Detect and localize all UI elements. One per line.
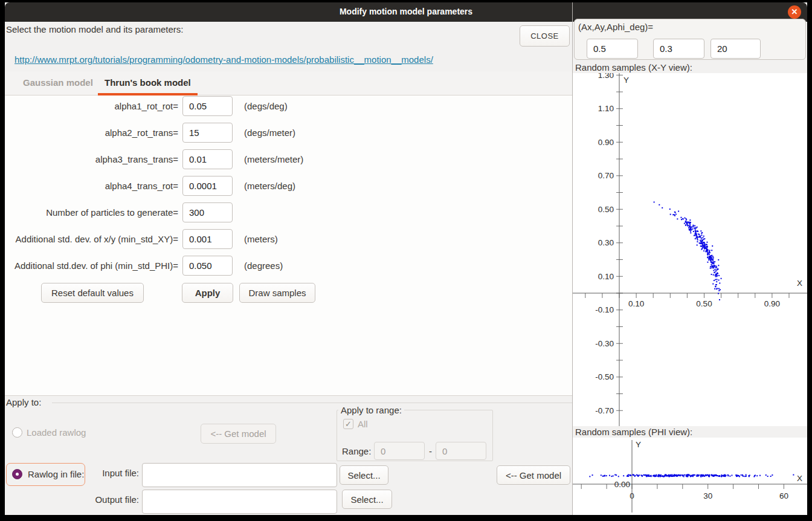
alpha4-input[interactable] [182, 176, 233, 196]
draw-samples-button[interactable]: Draw samples [239, 283, 315, 303]
output-file-label: Output file: [5, 494, 139, 505]
range-from-input [374, 442, 425, 460]
input-file-label: Input file: [5, 468, 139, 478]
tutorial-url-link[interactable]: http://www.mrpt.org/tutorials/programmin… [14, 54, 433, 65]
ax-input[interactable] [587, 39, 638, 59]
svg-text:Y: Y [636, 440, 641, 449]
get-model-button[interactable]: <-- Get model [497, 465, 570, 485]
svg-text:0.00: 0.00 [614, 480, 630, 489]
min-std-xy-label: Additional std. dev. of x/y (min_std_XY)… [5, 234, 178, 244]
window-title: Modify motion model parameters [5, 7, 807, 16]
apply-to-group-border [52, 403, 572, 403]
svg-text:Y: Y [624, 76, 629, 85]
alpha1-unit: (degs/deg) [244, 101, 288, 111]
increment-params-label: (Ax,Ay,Aphi_deg)= [578, 22, 653, 32]
alpha1-label: alpha1_rot_rot= [5, 101, 178, 111]
min-std-xy-unit: (meters) [244, 234, 278, 244]
alpha3-label: alpha3_trans_trans= [5, 154, 178, 164]
min-std-phi-input[interactable] [182, 256, 233, 276]
xy-scatter-svg: 1.301.100.900.700.500.300.10-0.10-0.30-0… [573, 73, 807, 426]
svg-text:-0.50: -0.50 [595, 372, 614, 381]
range-label: Range: [342, 446, 371, 456]
apply-to-range-group: Apply to range: ✓ All Range: - [337, 405, 493, 461]
min-std-phi-label: Additional std.dev. of phi (min_std_PHI)… [5, 260, 178, 271]
svg-text:1.10: 1.10 [598, 104, 614, 113]
svg-text:0.50: 0.50 [598, 205, 614, 214]
alpha4-unit: (meters/deg) [244, 181, 295, 191]
all-checkbox[interactable]: ✓ [343, 419, 353, 429]
loaded-rawlog-label: Loaded rawlog [27, 427, 86, 438]
svg-text:X: X [797, 474, 802, 483]
svg-text:0.90: 0.90 [598, 138, 614, 147]
svg-text:0.90: 0.90 [764, 299, 780, 308]
phi-scatter-svg: 030600.00YX [573, 438, 807, 515]
close-dialog-button[interactable]: CLOSE [520, 25, 570, 47]
input-file-field[interactable] [142, 463, 337, 487]
svg-text:X: X [797, 279, 802, 288]
apply-button[interactable]: Apply [182, 283, 233, 303]
tab-gaussian-model[interactable]: Gaussian model [23, 71, 93, 95]
svg-text:60: 60 [779, 491, 788, 500]
window-close-icon[interactable]: ✕ [788, 5, 801, 19]
output-file-field[interactable] [142, 490, 337, 514]
alpha2-label: alpha2_rot_trans= [5, 128, 178, 138]
num-particles-input[interactable] [182, 202, 233, 222]
svg-text:0.70: 0.70 [598, 171, 614, 180]
apply-to-range-legend: Apply to range: [338, 405, 404, 415]
svg-text:0.10: 0.10 [598, 272, 614, 281]
thrun-model-panel: alpha1_rot_rot= (degs/deg) alpha2_rot_tr… [5, 95, 572, 396]
phi-scatter-plot: 030600.00YX [573, 438, 807, 515]
svg-text:0.50: 0.50 [696, 299, 712, 308]
loaded-rawlog-radio[interactable] [12, 427, 22, 438]
range-dash: - [429, 446, 432, 456]
svg-text:0.30: 0.30 [598, 238, 614, 247]
alpha2-unit: (degs/meter) [244, 128, 295, 138]
svg-text:-0.70: -0.70 [595, 406, 614, 415]
tab-thruns-book-model[interactable]: Thrun's book model [105, 71, 191, 95]
num-particles-label: Number of particles to generate= [5, 207, 178, 218]
xy-scatter-plot: 1.301.100.900.700.500.300.10-0.10-0.30-0… [573, 73, 807, 426]
select-input-file-button[interactable]: Select... [340, 465, 388, 485]
alpha3-unit: (meters/meter) [244, 154, 303, 164]
select-output-file-button[interactable]: Select... [342, 490, 392, 509]
svg-text:30: 30 [703, 491, 712, 500]
tab-bar: Gaussian model Thrun's book model [5, 71, 572, 95]
ay-input[interactable] [653, 39, 704, 59]
min-std-xy-input[interactable] [182, 229, 233, 249]
svg-text:0.10: 0.10 [628, 299, 644, 308]
min-std-phi-unit: (degrees) [244, 260, 283, 271]
phi-plot-title: Random samples (PHI view): [575, 427, 692, 437]
svg-text:1.30: 1.30 [598, 73, 614, 80]
all-checkbox-label: All [358, 419, 368, 429]
reset-default-values-button[interactable]: Reset default values [41, 283, 144, 303]
aphi-input[interactable] [710, 39, 761, 59]
alpha2-input[interactable] [182, 123, 233, 143]
range-to-input [436, 442, 486, 460]
instruction-text: Select the motion model and its paramete… [6, 24, 183, 34]
increment-params-box: (Ax,Ay,Aphi_deg)= [574, 19, 806, 60]
svg-text:-0.10: -0.10 [595, 305, 614, 314]
alpha1-input[interactable] [182, 96, 233, 116]
svg-text:-0.30: -0.30 [595, 339, 614, 348]
get-model-disabled-button: <-- Get model [201, 424, 276, 444]
alpha3-input[interactable] [182, 149, 233, 169]
apply-to-group-label: Apply to: [6, 397, 41, 407]
xy-plot-title: Random samples (X-Y view): [575, 62, 692, 73]
dialog-window: Modify motion model parameters ✕ Select … [5, 2, 807, 515]
alpha4-label: alpha4_trans_rot= [5, 181, 178, 191]
